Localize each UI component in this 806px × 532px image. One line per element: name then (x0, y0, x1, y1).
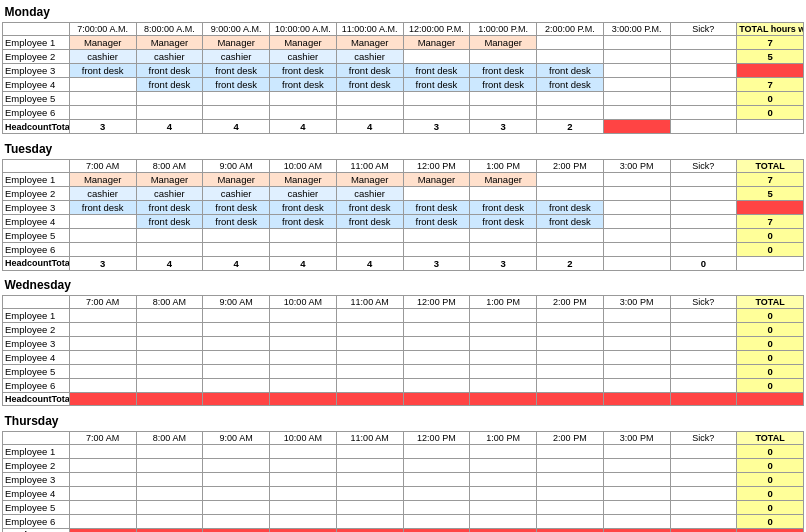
slot-1-2-1: front desk (136, 200, 203, 214)
slot-0-0-0: Manager (69, 36, 136, 50)
time-header-4: 11:00 AM (336, 159, 403, 172)
slot-3-4-9 (670, 500, 737, 514)
slot-1-4-6 (470, 228, 537, 242)
slot-0-2-1: front desk (136, 64, 203, 78)
headcount-val-0-8 (603, 120, 670, 134)
time-header-5: 12:00 PM (403, 159, 470, 172)
slot-0-5-7 (537, 106, 604, 120)
slot-1-0-5: Manager (403, 172, 470, 186)
slot-3-1-8 (603, 458, 670, 472)
slot-1-0-9 (670, 172, 737, 186)
slot-3-1-0 (69, 458, 136, 472)
time-header-9: Sick? (670, 296, 737, 309)
slot-1-4-4 (336, 228, 403, 242)
time-header-0: 7:00 AM (69, 296, 136, 309)
slot-1-1-5 (403, 186, 470, 200)
employee-name-0-5: Employee 6 (3, 106, 70, 120)
slot-1-4-7 (537, 228, 604, 242)
slot-2-4-10: 0 (737, 365, 804, 379)
slot-0-2-6: front desk (470, 64, 537, 78)
slot-1-5-7 (537, 242, 604, 256)
headcount-val-3-4 (336, 528, 403, 532)
slot-1-2-8 (603, 200, 670, 214)
headcount-val-3-8 (603, 528, 670, 532)
headcount-val-1-2: 4 (203, 256, 270, 270)
slot-1-5-6 (470, 242, 537, 256)
headcount-val-3-3 (270, 528, 337, 532)
slot-3-4-2 (203, 500, 270, 514)
slot-3-5-6 (470, 514, 537, 528)
time-header-10: TOTAL hours worked (737, 23, 804, 36)
time-header-3: 10:00:00 A.M. (270, 23, 337, 36)
slot-1-2-6: front desk (470, 200, 537, 214)
employee-name-1-3: Employee 4 (3, 214, 70, 228)
slot-1-0-1: Manager (136, 172, 203, 186)
time-header-4: 11:00:00 A.M. (336, 23, 403, 36)
slot-3-1-3 (270, 458, 337, 472)
headcount-val-2-5 (403, 393, 470, 406)
slot-0-4-9 (670, 92, 737, 106)
slot-1-5-8 (603, 242, 670, 256)
employee-row-3-1: Employee 20 (3, 458, 804, 472)
slot-0-3-5: front desk (403, 78, 470, 92)
slot-2-2-5 (403, 337, 470, 351)
slot-0-1-10: 5 (737, 50, 804, 64)
slot-1-2-5: front desk (403, 200, 470, 214)
employee-row-0-4: Employee 50 (3, 92, 804, 106)
slot-1-0-4: Manager (336, 172, 403, 186)
headcount-val-1-9: 0 (670, 256, 737, 270)
slot-2-2-6 (470, 337, 537, 351)
slot-2-0-0 (69, 309, 136, 323)
employee-name-3-5: Employee 6 (3, 514, 70, 528)
time-header-1: 8:00 AM (136, 431, 203, 444)
headcount-val-3-7 (537, 528, 604, 532)
slot-0-0-5: Manager (403, 36, 470, 50)
slot-2-0-9 (670, 309, 737, 323)
time-header-6: 1:00 PM (470, 296, 537, 309)
employee-name-3-1: Employee 2 (3, 458, 70, 472)
headcount-val-0-7: 2 (537, 120, 604, 134)
slot-3-2-7 (537, 472, 604, 486)
slot-2-4-8 (603, 365, 670, 379)
employee-row-3-2: Employee 30 (3, 472, 804, 486)
employee-name-2-4: Employee 5 (3, 365, 70, 379)
slot-3-1-2 (203, 458, 270, 472)
slot-2-0-5 (403, 309, 470, 323)
employee-name-2-0: Employee 1 (3, 309, 70, 323)
time-header-7: 2:00:00 P.M. (537, 23, 604, 36)
slot-2-3-0 (69, 351, 136, 365)
headcount-val-2-2 (203, 393, 270, 406)
slot-1-3-0 (69, 214, 136, 228)
time-header-5: 12:00 PM (403, 431, 470, 444)
slot-2-5-5 (403, 379, 470, 393)
employee-name-0-3: Employee 4 (3, 78, 70, 92)
slot-1-3-7: front desk (537, 214, 604, 228)
slot-1-1-9 (670, 186, 737, 200)
slot-3-1-1 (136, 458, 203, 472)
slot-3-5-1 (136, 514, 203, 528)
employee-row-2-4: Employee 50 (3, 365, 804, 379)
slot-0-0-3: Manager (270, 36, 337, 50)
slot-3-3-0 (69, 486, 136, 500)
slot-0-2-5: front desk (403, 64, 470, 78)
slot-3-3-10: 0 (737, 486, 804, 500)
slot-3-2-4 (336, 472, 403, 486)
slot-0-5-0 (69, 106, 136, 120)
slot-1-2-2: front desk (203, 200, 270, 214)
employee-name-1-5: Employee 6 (3, 242, 70, 256)
employee-name-1-0: Employee 1 (3, 172, 70, 186)
employee-name-2-2: Employee 3 (3, 337, 70, 351)
slot-0-2-9 (670, 64, 737, 78)
slot-2-1-5 (403, 323, 470, 337)
slot-2-5-1 (136, 379, 203, 393)
slot-3-4-4 (336, 500, 403, 514)
slot-0-0-8 (603, 36, 670, 50)
time-header-6: 1:00:00 P.M. (470, 23, 537, 36)
headcount-val-1-4: 4 (336, 256, 403, 270)
slot-0-4-4 (336, 92, 403, 106)
employee-row-3-0: Employee 10 (3, 444, 804, 458)
time-header-5: 12:00:00 P.M. (403, 23, 470, 36)
slot-2-5-7 (537, 379, 604, 393)
employee-name-0-4: Employee 5 (3, 92, 70, 106)
slot-3-0-7 (537, 444, 604, 458)
